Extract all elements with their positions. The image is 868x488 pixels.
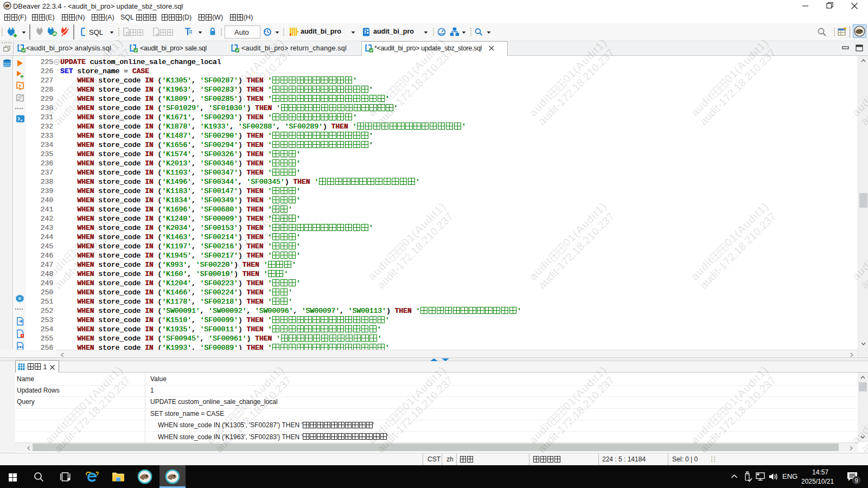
svg-text:9: 9: [854, 477, 858, 484]
